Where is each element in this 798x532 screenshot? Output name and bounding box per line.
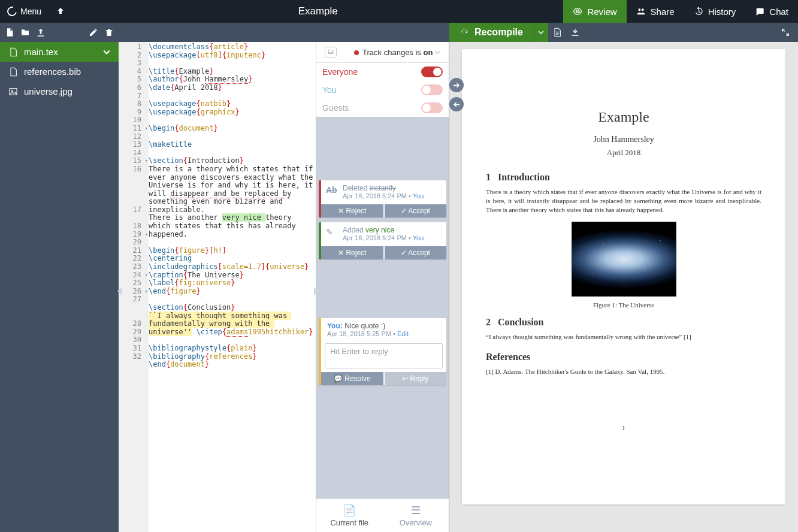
new-folder-icon[interactable] — [20, 28, 30, 37]
change-card-added: ✎ Added very nice Apr 18, 2018 5:24 PM •… — [319, 222, 446, 259]
pdf-references-heading: References — [486, 352, 761, 362]
chevron-down-icon — [435, 50, 440, 55]
pdf-title: Example — [486, 109, 761, 125]
review-icon: Ab — [573, 7, 582, 16]
file-label: main.tex — [24, 47, 58, 57]
toggle-everyone[interactable]: Everyone — [316, 63, 449, 81]
toggle-you[interactable]: You — [316, 81, 449, 99]
refresh-icon — [460, 28, 470, 37]
share-label: Share — [651, 7, 675, 17]
track-changes-status[interactable]: Track changes is on — [316, 42, 449, 63]
tab-current-file[interactable]: 📄 Current file — [316, 499, 383, 532]
svg-point-2 — [11, 90, 13, 92]
review-button[interactable]: Ab Review — [563, 0, 626, 23]
share-icon — [636, 7, 646, 16]
inbox-icon — [325, 47, 337, 58]
you-label: You — [322, 85, 337, 95]
history-button[interactable]: History — [684, 0, 746, 23]
share-button[interactable]: Share — [627, 0, 684, 23]
deleted-who[interactable]: You — [413, 192, 424, 200]
expand-button[interactable] — [776, 23, 794, 42]
pane-divider-handles: ➔ ➔ — [449, 78, 464, 116]
svg-text:Ab: Ab — [576, 10, 581, 13]
guests-label: Guests — [322, 103, 349, 113]
file-icon: 📄 — [316, 504, 383, 517]
pdf-ref-1: [1] D. Adams. The Hitchhiker's Guide to … — [486, 367, 761, 376]
reject-button[interactable]: ✕ Reject — [321, 204, 383, 217]
project-title: Example — [72, 5, 563, 17]
file-label: universe.jpg — [24, 86, 72, 96]
history-icon — [694, 7, 703, 16]
history-label: History — [708, 7, 736, 17]
added-label: Added — [343, 226, 364, 234]
pdf-para-2: “I always thought something was fundamen… — [486, 332, 761, 341]
up-arrow-icon — [56, 7, 65, 16]
upload-icon[interactable] — [36, 28, 46, 37]
recompile-label: Recompile — [474, 27, 523, 38]
edit-link[interactable]: Edit — [397, 330, 409, 337]
chat-button[interactable]: Chat — [745, 0, 798, 23]
rename-icon[interactable] — [89, 28, 98, 37]
new-file-icon[interactable] — [5, 28, 14, 37]
file-universe-jpg[interactable]: universe.jpg — [0, 81, 119, 101]
reject-button[interactable]: ✕ Reject — [321, 246, 383, 259]
pdf-section-1: 1 Introduction — [486, 172, 761, 183]
toggle-switch[interactable] — [421, 102, 443, 113]
comment-body: Nice quote :) — [344, 322, 385, 330]
deleted-text: instantly — [370, 184, 396, 192]
pdf-section-2: 2 Conclusion — [486, 317, 761, 328]
pdf-preview[interactable]: Example John Hammersley April 2018 1 Int… — [449, 42, 798, 532]
comment-card: You: Nice quote :) Apr 18, 2018 5:25 PM … — [319, 318, 446, 385]
code-content[interactable]: \documentclass{article} \usepackage[utf8… — [149, 42, 316, 532]
chevron-down-icon[interactable] — [103, 49, 110, 56]
file-tree: main.tex references.bib universe.jpg — [0, 42, 119, 532]
menu-label: Menu — [20, 7, 41, 16]
chevron-down-icon — [538, 29, 544, 35]
pdf-page-number: 1 — [486, 424, 761, 431]
collapse-left-handle[interactable] — [117, 287, 122, 295]
list-icon: ☰ — [383, 504, 449, 517]
resolve-button[interactable]: 💬 Resolve — [321, 372, 383, 385]
recompile-button[interactable]: Recompile — [449, 23, 534, 42]
deleted-label: Deleted — [343, 184, 367, 192]
line-gutter: 1234567891011121314151617181920212223242… — [119, 42, 149, 532]
comment-author: You: — [327, 322, 343, 330]
tab-overview[interactable]: ☰ Overview — [383, 499, 449, 532]
delete-icon[interactable] — [104, 28, 114, 37]
added-who[interactable]: You — [413, 234, 424, 241]
menu-button[interactable]: Menu — [0, 0, 49, 23]
pencil-icon: ✎ — [326, 227, 333, 237]
pdf-figure-caption: Figure 1: The Universe — [486, 301, 761, 309]
accept-button[interactable]: ✓ Accept — [385, 246, 447, 259]
file-references-bib[interactable]: references.bib — [0, 62, 119, 81]
review-footer: 📄 Current file ☰ Overview — [316, 498, 449, 532]
file-main-tex[interactable]: main.tex — [0, 42, 119, 62]
added-time: Apr 18, 2018 5:24 PM — [343, 234, 407, 241]
file-icon — [8, 47, 18, 57]
toggle-guests[interactable]: Guests — [316, 99, 449, 117]
deleted-time: Apr 18, 2018 5:24 PM — [343, 192, 407, 200]
pdf-figure: Figure 1: The Universe — [486, 222, 761, 309]
collapse-review-handle[interactable] — [314, 287, 319, 295]
track-state: on — [423, 48, 433, 57]
pdf-page: Example John Hammersley April 2018 1 Int… — [462, 49, 785, 504]
file-label: references.bib — [24, 66, 81, 77]
image-icon — [8, 87, 18, 96]
chat-label: Chat — [769, 7, 788, 17]
jump-left-button[interactable]: ➔ — [449, 97, 464, 111]
download-button[interactable] — [566, 23, 584, 42]
recompile-dropdown[interactable] — [534, 23, 548, 42]
toolbar: Recompile — [0, 23, 798, 42]
file-icon — [552, 28, 562, 37]
download-icon — [570, 28, 580, 37]
toggle-switch[interactable] — [421, 66, 443, 77]
accept-button[interactable]: ✓ Accept — [385, 204, 447, 217]
logs-button[interactable] — [548, 23, 566, 42]
reply-button[interactable]: ↩ Reply — [385, 372, 447, 385]
reply-input[interactable]: Hit Enter to reply — [325, 343, 443, 368]
back-button[interactable] — [49, 0, 72, 23]
jump-right-button[interactable]: ➔ — [449, 78, 464, 92]
code-editor[interactable]: 1234567891011121314151617181920212223242… — [119, 42, 316, 532]
comment-time: Apr 18, 2018 5:25 PM — [327, 330, 391, 337]
toggle-switch[interactable] — [421, 84, 443, 95]
